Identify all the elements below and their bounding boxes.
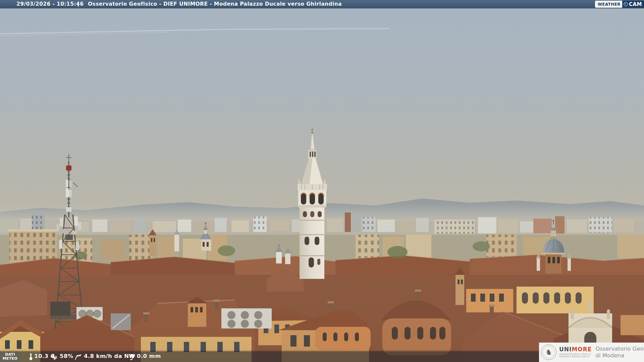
unimore-brand-uni: UNI [559,346,572,353]
precipitation-value: 0.0 mm [137,353,161,359]
atmosphere-overlay [0,0,644,362]
weathercam-logo-weather: WEATHER [595,1,622,8]
header-separator: | [77,1,79,7]
unimore-brand-more: MORE [572,346,592,353]
windsock-icon [74,353,82,361]
weathercam-cam-text: CAM [629,1,642,7]
observatory-name-line2: di Modena [595,352,644,359]
unimore-seal-icon: ♞ [541,345,556,360]
umbrella-icon [128,353,136,361]
wind-value: 4.8 km/h da NW [84,353,135,359]
observatory-name: Osservatorio Geofisico di Modena [595,346,644,359]
dati-meteo-label: DATI METEO [0,351,20,362]
header-bar: 29/03/2026 - 10:15:46 | Osservatorio Geo… [0,0,644,8]
header-title: Osservatorio Geofisico - DIEF UNIMORE - … [88,1,342,7]
weathercam-logo: WEATHER CAM [595,1,644,8]
webcam-photo-modena-cityscape [0,0,644,362]
observatory-name-line1: Osservatorio Geofisico [595,346,644,352]
unimore-subtitle-line2: MODENA E REGGIO EMILIA [559,356,592,358]
camera-lens-icon [624,2,628,6]
thermometer-icon [27,353,35,361]
humidity-drops-icon [50,353,58,361]
header-datetime: 29/03/2026 - 10:15:46 [16,1,84,7]
unimore-brand: UNIMORE UNIVERSITÀ DEGLI STUDI DI MODENA… [559,347,592,358]
dati-label-line2: METEO [0,357,20,361]
weathercam-weather-text: WEATHER [598,2,621,7]
humidity-value: 58% [60,353,73,359]
unimore-logo-box: ♞ UNIMORE UNIVERSITÀ DEGLI STUDI DI MODE… [539,343,644,362]
weathercam-logo-cam: CAM [622,1,644,8]
webcam-frame: 29/03/2026 - 10:15:46 | Osservatorio Geo… [0,0,644,362]
